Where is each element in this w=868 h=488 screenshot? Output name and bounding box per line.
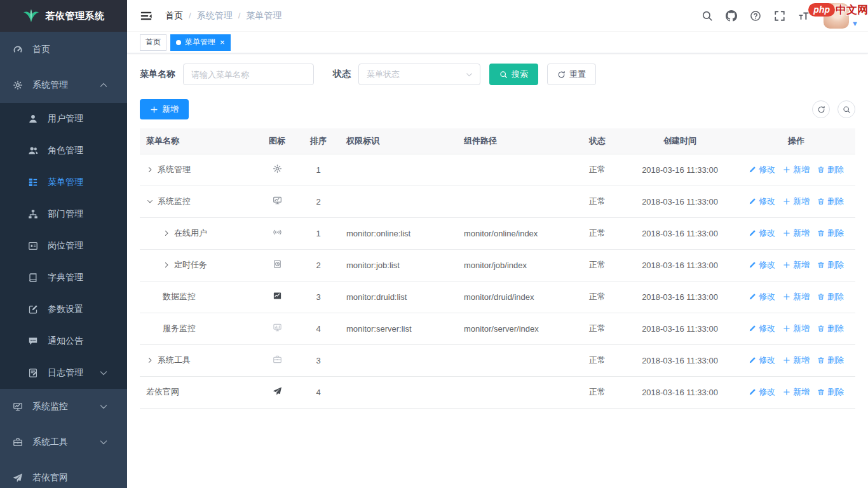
- sidebar-item-system-tool[interactable]: 系统工具: [0, 424, 127, 460]
- column-header: 菜单名称: [140, 128, 257, 154]
- row-action-delete[interactable]: 删除: [817, 196, 844, 207]
- sidebar-item-dept-manage[interactable]: 部门管理: [0, 198, 127, 230]
- row-action-delete[interactable]: 删除: [817, 323, 844, 334]
- refresh-table-button[interactable]: [812, 100, 830, 118]
- sidebar-item-label: 参数设置: [48, 304, 118, 315]
- hamburger-icon[interactable]: [135, 10, 158, 22]
- sidebar-item-param-setting[interactable]: 参数设置: [0, 294, 127, 325]
- edit-pen-icon: [749, 198, 756, 205]
- table-row: 系统管理1正常2018-03-16 11:33:00修改新增删除: [140, 154, 855, 186]
- sidebar-item-menu-manage[interactable]: 菜单管理: [0, 166, 127, 198]
- status-select[interactable]: 菜单状态: [358, 64, 480, 85]
- collapse-row-icon[interactable]: [146, 198, 154, 205]
- tab-active[interactable]: 菜单管理×: [170, 34, 231, 51]
- menu-perms: [340, 186, 458, 217]
- sidebar-item-post-manage[interactable]: 岗位管理: [0, 230, 127, 262]
- row-action-add[interactable]: 新增: [783, 227, 810, 239]
- add-button[interactable]: 新增: [140, 99, 189, 119]
- sidebar-item-log-manage[interactable]: 日志管理: [0, 357, 127, 389]
- menu-order: 1: [297, 154, 340, 186]
- sidebar-item-system-monitor[interactable]: 系统监控: [0, 389, 127, 424]
- row-action-delete[interactable]: 删除: [817, 355, 844, 366]
- main-area: 首页/系统管理/菜单管理 ▼ php 中文网 首页菜单管理× 菜单名称 状态: [127, 0, 868, 488]
- edit-pen-icon: [749, 261, 756, 269]
- table-tools: [812, 100, 855, 118]
- breadcrumb-item[interactable]: 首页: [165, 10, 183, 22]
- row-action-edit[interactable]: 修改: [749, 386, 775, 398]
- expand-row-icon[interactable]: [146, 166, 154, 173]
- row-action-edit[interactable]: 修改: [749, 196, 775, 207]
- expand-row-icon[interactable]: [163, 261, 170, 269]
- row-action-add[interactable]: 新增: [783, 291, 810, 302]
- sidebar-item-label: 若依官网: [32, 472, 118, 484]
- row-action-edit[interactable]: 修改: [749, 227, 775, 239]
- plus-icon: [783, 261, 790, 269]
- row-action-add[interactable]: 新增: [783, 323, 810, 334]
- breadcrumb-item: 菜单管理: [246, 10, 281, 22]
- row-action-edit[interactable]: 修改: [749, 259, 775, 271]
- menu-name: 定时任务: [174, 259, 207, 271]
- expand-row-icon[interactable]: [163, 229, 170, 237]
- github-icon[interactable]: [722, 8, 741, 24]
- sidebar-item-notice[interactable]: 通知公告: [0, 325, 127, 357]
- action-label: 修改: [759, 291, 775, 302]
- fullscreen-icon[interactable]: [770, 8, 789, 24]
- caret-down-icon[interactable]: ▼: [851, 20, 858, 29]
- avatar[interactable]: [824, 3, 849, 29]
- sidebar-item-label: 系统监控: [32, 401, 98, 412]
- menu-order: 1: [297, 217, 340, 249]
- row-action-edit[interactable]: 修改: [749, 164, 775, 175]
- sidebar-item-home[interactable]: 首页: [0, 32, 127, 67]
- guide-icon: [13, 473, 23, 483]
- sidebar-item-user-manage[interactable]: 用户管理: [0, 103, 127, 135]
- sidebar-item-system-manage[interactable]: 系统管理: [0, 67, 127, 103]
- help-icon[interactable]: [746, 8, 765, 24]
- tab-item[interactable]: 首页: [140, 34, 166, 51]
- row-action-add[interactable]: 新增: [783, 196, 810, 207]
- app-logo[interactable]: 若依管理系统: [0, 0, 127, 32]
- menu-perms: monitor:server:list: [340, 313, 458, 344]
- tree-icon: [28, 209, 38, 219]
- row-action-delete[interactable]: 删除: [817, 386, 844, 398]
- sidebar-item-dict-manage[interactable]: 字典管理: [0, 262, 127, 294]
- row-action-add[interactable]: 新增: [783, 355, 810, 366]
- row-action-edit[interactable]: 修改: [749, 323, 775, 334]
- row-action-add[interactable]: 新增: [783, 259, 810, 271]
- row-action-delete[interactable]: 删除: [817, 227, 844, 239]
- search-icon: [499, 71, 508, 79]
- status-value: 正常: [572, 249, 623, 281]
- row-action-delete[interactable]: 删除: [817, 259, 844, 271]
- reset-button[interactable]: 重置: [547, 64, 596, 85]
- user-menu: ▼: [824, 3, 858, 29]
- tab-close-icon[interactable]: ×: [220, 38, 225, 46]
- row-action-add[interactable]: 新增: [783, 164, 810, 175]
- expand-row-icon[interactable]: [146, 356, 154, 364]
- font-size-icon[interactable]: [794, 8, 813, 24]
- sidebar-item-label: 角色管理: [48, 145, 118, 156]
- show-search-button[interactable]: [837, 100, 855, 118]
- created-time: 2018-03-16 11:33:00: [623, 376, 737, 408]
- sidebar-item-role-manage[interactable]: 角色管理: [0, 135, 127, 166]
- menu-name-input[interactable]: [183, 64, 314, 85]
- search-icon[interactable]: [698, 8, 717, 24]
- status-value: 正常: [572, 344, 623, 376]
- row-action-edit[interactable]: 修改: [749, 291, 775, 302]
- dict-icon: [28, 273, 38, 283]
- action-label: 新增: [793, 355, 810, 366]
- row-action-edit[interactable]: 修改: [749, 355, 775, 366]
- search-button[interactable]: 搜索: [489, 64, 538, 85]
- menu-name: 在线用户: [174, 227, 207, 239]
- menu-name-label: 菜单名称: [140, 69, 175, 80]
- status-value: 正常: [572, 281, 623, 313]
- row-action-delete[interactable]: 删除: [817, 291, 844, 302]
- plus-icon: [783, 198, 790, 205]
- menu-order: 2: [297, 186, 340, 217]
- row-action-add[interactable]: 新增: [783, 386, 810, 398]
- sidebar-item-ruoyi-site[interactable]: 若依官网: [0, 460, 127, 488]
- trash-icon: [817, 166, 825, 173]
- trash-icon: [817, 198, 825, 205]
- trash-icon: [817, 325, 825, 332]
- search-button-label: 搜索: [512, 69, 528, 80]
- row-action-delete[interactable]: 删除: [817, 164, 844, 175]
- status-value: 正常: [572, 186, 623, 217]
